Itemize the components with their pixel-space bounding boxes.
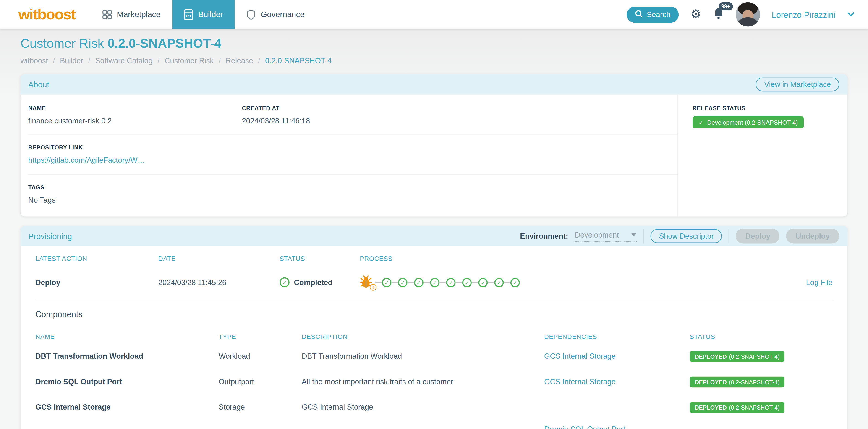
column-header: NAME (35, 333, 219, 340)
release-status-badge-text: Development (0.2-SNAPSHOT-4) (707, 119, 798, 126)
breadcrumb-separator: / (258, 56, 260, 65)
divider (729, 229, 729, 243)
breadcrumb-separator: / (158, 56, 160, 65)
nav-item-label: Governance (261, 10, 305, 19)
created-at-label: CREATED AT (242, 105, 678, 111)
process-step-check-icon: ✓ (494, 278, 504, 287)
created-at-value: 2024/03/28 11:46:18 (242, 117, 678, 125)
environment-select[interactable]: Development (575, 231, 637, 242)
divider (35, 301, 832, 301)
entity-version: 0.2.0-SNAPSHOT-4 (107, 36, 221, 51)
column-header: DESCRIPTION (302, 333, 544, 340)
search-button[interactable]: Search (627, 6, 679, 22)
column-header: LATEST ACTION (35, 255, 158, 262)
process-step-check-icon: ✓ (462, 278, 472, 287)
status-version: (0.2-SNAPSHOT-4) (729, 353, 779, 360)
component-status: DEPLOYED (0.2-SNAPSHOT-4) (690, 376, 833, 387)
notification-count-badge: 99+ (718, 2, 733, 10)
column-header: STATUS (280, 255, 360, 262)
process-connector (391, 282, 398, 283)
divider (644, 229, 644, 243)
breadcrumb-item[interactable]: witboost (21, 56, 48, 65)
select-caret-icon (631, 233, 637, 237)
component-name: Dremio SQL Output Port (35, 378, 219, 386)
component-type: Storage (219, 403, 302, 411)
breadcrumb-item[interactable]: Customer Risk (165, 56, 214, 65)
nav-item-builder[interactable]: </> Builder (172, 0, 235, 29)
user-avatar[interactable] (736, 2, 760, 27)
about-section-title: About (28, 80, 49, 89)
process-step-check-icon: ✓ (478, 278, 488, 287)
breadcrumb-item-current[interactable]: 0.2.0-SNAPSHOT-4 (265, 56, 332, 65)
about-body: NAME finance.customer-risk.0.2 CREATED A… (21, 95, 847, 217)
nav-right: Search ⚙ 99+ Lorenzo Pirazzini (627, 0, 868, 29)
nav-item-governance[interactable]: Governance (235, 0, 316, 29)
component-dependencies: GCS Internal Storage (544, 376, 690, 388)
breadcrumb-item[interactable]: Software Catalog (95, 56, 153, 65)
process-step-check-icon: ✓ (510, 278, 520, 287)
divider (28, 135, 678, 135)
component-description: DBT Transformation Workload (302, 352, 544, 360)
witboost-logo[interactable]: witboost (18, 6, 75, 23)
column-header: TYPE (219, 333, 302, 340)
policy-warning-bug-icon: ! (360, 275, 374, 289)
table-row: DBT Transformation Workload Workload DBT… (35, 347, 832, 365)
builder-code-icon: </> (184, 9, 193, 20)
environment-value: Development (575, 231, 619, 239)
release-status-panel: RELEASE STATUS ✓ Development (0.2-SNAPSH… (678, 95, 847, 217)
process-step-check-icon: ✓ (430, 278, 439, 287)
repository-link-label: REPOSITORY LINK (28, 144, 678, 151)
component-status: DEPLOYED (0.2-SNAPSHOT-4) (690, 402, 833, 413)
tags-label: TAGS (28, 184, 678, 190)
provisioning-controls: Environment: Development Show Descriptor… (520, 228, 839, 244)
latest-action-date: 2024/03/28 11:45:26 (158, 278, 280, 286)
process-connector (375, 282, 382, 283)
show-descriptor-button[interactable]: Show Descriptor (651, 229, 722, 243)
component-status: DEPLOYED (0.2-SNAPSHOT-4) (690, 351, 833, 362)
undeploy-button[interactable]: Undeploy (786, 228, 839, 244)
notifications-bell[interactable]: 99+ (713, 7, 724, 22)
nav-item-label: Builder (198, 10, 223, 19)
dependency-link[interactable]: GCS Internal Storage (544, 350, 690, 362)
release-status-badge: ✓ Development (0.2-SNAPSHOT-4) (692, 116, 804, 128)
search-label: Search (647, 10, 671, 19)
component-description: GCS Internal Storage (302, 403, 544, 411)
environment-label: Environment: (520, 232, 568, 240)
dependency-link[interactable]: GCS Internal Storage (544, 376, 690, 388)
name-label: NAME (28, 105, 242, 111)
components-title: Components (35, 309, 832, 319)
breadcrumb-item[interactable]: Release (226, 56, 253, 65)
process-connector (456, 282, 462, 283)
table-row: GCS Internal Storage Storage GCS Interna… (35, 398, 832, 416)
about-card-header: About View in Marketplace (21, 74, 847, 95)
component-dependencies: GCS Internal Storage (544, 350, 690, 362)
user-name[interactable]: Lorenzo Pirazzini (772, 9, 835, 19)
status-text: Completed (294, 278, 333, 286)
repository-link[interactable]: https://gitlab.com/AgileFactory/W… (28, 156, 145, 164)
release-status-label: RELEASE STATUS (692, 105, 847, 111)
latest-action-row: Deploy 2024/03/28 11:45:26 ✓ Completed (35, 275, 832, 289)
nav-item-label: Marketplace (117, 10, 161, 19)
deployed-status-badge: DEPLOYED (0.2-SNAPSHOT-4) (690, 402, 785, 413)
check-circle-icon: ✓ (280, 277, 289, 287)
log-file-link[interactable]: Log File (794, 278, 833, 286)
deploy-button[interactable]: Deploy (736, 228, 780, 244)
nav-item-marketplace[interactable]: Marketplace (91, 0, 172, 29)
process-step-check-icon: ✓ (382, 278, 391, 287)
status-text: DEPLOYED (695, 353, 727, 360)
process-connector (504, 282, 510, 283)
latest-action-status: ✓ Completed (280, 277, 360, 287)
bell-icon (713, 12, 724, 21)
component-name: GCS Internal Storage (35, 403, 219, 411)
field-name: NAME finance.customer-risk.0.2 (28, 105, 242, 125)
chevron-down-icon[interactable] (847, 9, 855, 20)
dependency-link[interactable]: Dremio SQL Output Port (544, 424, 690, 429)
breadcrumb-separator: / (219, 56, 221, 65)
search-icon (635, 9, 643, 19)
settings-gear-icon[interactable]: ⚙ (690, 8, 702, 20)
view-in-marketplace-button[interactable]: View in Marketplace (756, 78, 839, 92)
breadcrumb-item[interactable]: Builder (60, 56, 83, 65)
column-header: STATUS (690, 333, 833, 340)
process-connector (407, 282, 414, 283)
provisioning-section-title: Provisioning (28, 232, 72, 241)
